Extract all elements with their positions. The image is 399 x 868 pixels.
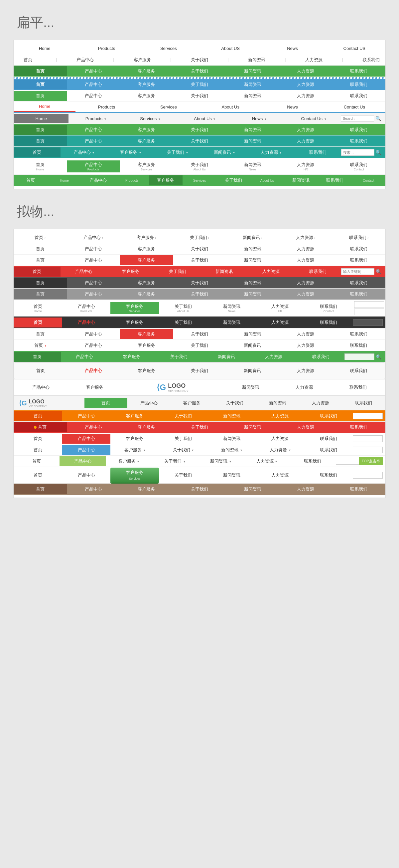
nav-products-cn12[interactable]: 产品中心 bbox=[81, 176, 115, 185]
search-input-s8[interactable] bbox=[353, 319, 383, 326]
snav-products-9[interactable]: 产品中心 bbox=[67, 329, 120, 339]
snav-about-4[interactable]: 关于我们 bbox=[154, 267, 201, 277]
nav-about-cn12[interactable]: 关于我们 bbox=[217, 176, 251, 185]
snav-services-17[interactable]: 客户服务 bbox=[110, 434, 159, 444]
snav-hr-15[interactable]: 人力资源 bbox=[256, 411, 305, 421]
nav-contact-cn12[interactable]: 联系我们 bbox=[318, 176, 352, 185]
snav-news-5[interactable]: 新闻资讯 bbox=[226, 278, 279, 288]
snav-services-8[interactable]: 客户服务 bbox=[110, 317, 159, 328]
snav-news-1[interactable]: 新闻资讯 › bbox=[226, 232, 279, 243]
nav-news-en[interactable]: News bbox=[261, 44, 323, 53]
nav-news-cn4[interactable]: 新闻资讯 bbox=[226, 80, 279, 90]
snav-products-4[interactable]: 产品中心 bbox=[61, 267, 107, 277]
snav-home-dbl7[interactable]: 首页 Home bbox=[13, 302, 62, 314]
snav-about-dbl7[interactable]: 关于我们 About Us bbox=[159, 302, 207, 314]
snav-hr-5[interactable]: 人力资源 bbox=[279, 278, 333, 288]
nav-services-en12[interactable]: Services bbox=[182, 177, 217, 184]
snav-hr-6[interactable]: 人力资源 bbox=[279, 289, 333, 299]
search-input-10[interactable] bbox=[341, 149, 374, 156]
snav-news-6[interactable]: 新闻资讯 bbox=[226, 289, 279, 299]
nav-about-cn10[interactable]: 关于我们 ▾ bbox=[154, 148, 201, 157]
snav-about-15[interactable]: 关于我们 bbox=[159, 411, 207, 421]
snav-about-11[interactable]: 关于我们 bbox=[155, 352, 202, 362]
search-input-s11[interactable] bbox=[344, 353, 374, 360]
nav-home-cn8[interactable]: 首页 bbox=[13, 125, 67, 135]
snav-home-10[interactable]: 首页 ▸ bbox=[14, 340, 67, 350]
snav-hr-3[interactable]: 人力资源 bbox=[279, 255, 333, 265]
nav-contact-cn4[interactable]: 联系我们 bbox=[332, 80, 386, 90]
nav-hr-cn10[interactable]: 人力资源 ▾ bbox=[248, 148, 295, 157]
snav-products-1[interactable]: 产品中心 › bbox=[67, 232, 120, 243]
nav-contact-cn9[interactable]: 联系我们 bbox=[332, 136, 386, 146]
search-btn-s11[interactable]: 🔍 bbox=[374, 353, 383, 360]
snav-hr-10[interactable]: 人力资源 bbox=[279, 340, 332, 350]
snav-about-9[interactable]: 关于我们 bbox=[173, 329, 226, 339]
snav-services-14[interactable]: 客户服务 bbox=[170, 398, 213, 408]
search-btn-10[interactable]: 🔍 bbox=[374, 149, 383, 156]
nav-home-cn10[interactable]: 首页 bbox=[13, 148, 61, 157]
nav-services-cn2[interactable]: 客户服务 bbox=[128, 55, 157, 65]
snav-news-14[interactable]: 新闻资讯 bbox=[256, 398, 299, 408]
nav-home-cn4[interactable]: 首页 bbox=[13, 80, 67, 90]
nav-about-en6[interactable]: About Us bbox=[199, 102, 261, 112]
snav-hr-17[interactable]: 人力资源 bbox=[256, 434, 305, 444]
nav-about-en12[interactable]: About Us bbox=[250, 177, 284, 184]
nav-products-en6[interactable]: Products bbox=[75, 102, 137, 112]
snav-home-5[interactable]: 首页 bbox=[13, 278, 67, 288]
snav-hr-8[interactable]: 人力资源 bbox=[256, 317, 305, 328]
snav-products-2[interactable]: 产品中心 bbox=[67, 244, 120, 254]
snav-home-6[interactable]: 首页 bbox=[13, 289, 67, 299]
search-input-s19[interactable] bbox=[336, 458, 359, 465]
snav-home-12[interactable]: 首页 bbox=[14, 366, 67, 376]
nav-hr-cn3[interactable]: 人力资源 bbox=[279, 66, 333, 76]
search-input-s17[interactable] bbox=[353, 435, 383, 442]
nav-services-cn10[interactable]: 客户服务 ▾ bbox=[107, 148, 154, 157]
nav-hr-cn2[interactable]: 人力资源 bbox=[300, 55, 328, 65]
snav-news-21[interactable]: 新闻资讯 bbox=[226, 484, 279, 494]
nav-news-cn5[interactable]: 新闻资讯 bbox=[226, 91, 279, 101]
snav-services-15[interactable]: 客户服务 bbox=[110, 411, 159, 421]
snav-about-2[interactable]: 关于我们 bbox=[173, 244, 226, 254]
snav-contact-19[interactable]: 联系我们 bbox=[290, 456, 335, 466]
snav-about-1[interactable]: 关于我们 › bbox=[173, 232, 226, 243]
snav-hr-13[interactable]: 人力资源 bbox=[278, 382, 332, 393]
snav-news-20[interactable]: 新闻资讯 bbox=[207, 470, 256, 480]
snav-news-9[interactable]: 新闻资讯 bbox=[226, 329, 279, 339]
snav-contact-12[interactable]: 联系我们 bbox=[332, 366, 385, 376]
snav-home-4[interactable]: 首页 bbox=[13, 267, 61, 277]
search-input-s15[interactable] bbox=[353, 413, 383, 420]
search-input2-s7[interactable] bbox=[354, 309, 384, 315]
snav-about-17[interactable]: 关于我们 bbox=[159, 434, 207, 444]
search-input-s4[interactable] bbox=[341, 268, 374, 275]
snav-products-14[interactable]: 产品中心 bbox=[127, 398, 170, 408]
nav-home-en12[interactable]: Home bbox=[47, 177, 81, 184]
nav-news-cn2[interactable]: 新闻资讯 bbox=[242, 55, 271, 65]
nav-about-cn3[interactable]: 关于我们 bbox=[173, 66, 226, 76]
snav-hr-2[interactable]: 人力资源 bbox=[279, 244, 333, 254]
snav-services-13[interactable]: 客户服务 bbox=[68, 382, 122, 393]
snav-hr-18[interactable]: 人力资源 ▾ bbox=[256, 445, 305, 455]
snav-products-dbl7[interactable]: 产品中心 Products bbox=[62, 302, 111, 314]
snav-hr-9[interactable]: 人力资源 bbox=[279, 329, 333, 339]
snav-contact-14[interactable]: 联系我们 bbox=[342, 398, 385, 408]
nav-services-en[interactable]: Services bbox=[138, 44, 199, 53]
snav-hr-19[interactable]: 人力资源 ▾ bbox=[244, 456, 290, 466]
nav-about-cn2[interactable]: 关于我们 bbox=[185, 55, 214, 65]
nav-products-en7[interactable]: Products ▾ bbox=[68, 114, 123, 123]
snav-contact-11[interactable]: 联系我们 bbox=[297, 352, 344, 362]
search-btn-s19[interactable]: TOP点击率 bbox=[359, 457, 383, 465]
snav-services-11[interactable]: 客户服务 bbox=[108, 352, 155, 362]
nav-products-cn4[interactable]: 产品中心 bbox=[67, 80, 120, 90]
nav-hr-cn8[interactable]: 人力资源 bbox=[279, 125, 333, 135]
snav-about-21[interactable]: 关于我们 bbox=[173, 484, 226, 494]
nav-about-cn4[interactable]: 关于我们 bbox=[173, 80, 226, 90]
snav-services-20[interactable]: 客户服务 Services bbox=[110, 468, 159, 483]
snav-hr-dbl7[interactable]: 人力资源 HR bbox=[256, 302, 305, 314]
nav-products-cn10[interactable]: 产品中心 ▾ bbox=[61, 148, 107, 157]
snav-hr-14[interactable]: 人力资源 bbox=[299, 398, 342, 408]
nav-news-cn9[interactable]: 新闻资讯 bbox=[226, 136, 279, 146]
snav-news-11[interactable]: 新闻资讯 bbox=[203, 352, 250, 362]
nav-contact-cn10[interactable]: 联系我们 bbox=[294, 148, 341, 157]
search-input-s7[interactable] bbox=[354, 301, 384, 308]
snav-about-3[interactable]: 关于我们 bbox=[173, 255, 226, 265]
